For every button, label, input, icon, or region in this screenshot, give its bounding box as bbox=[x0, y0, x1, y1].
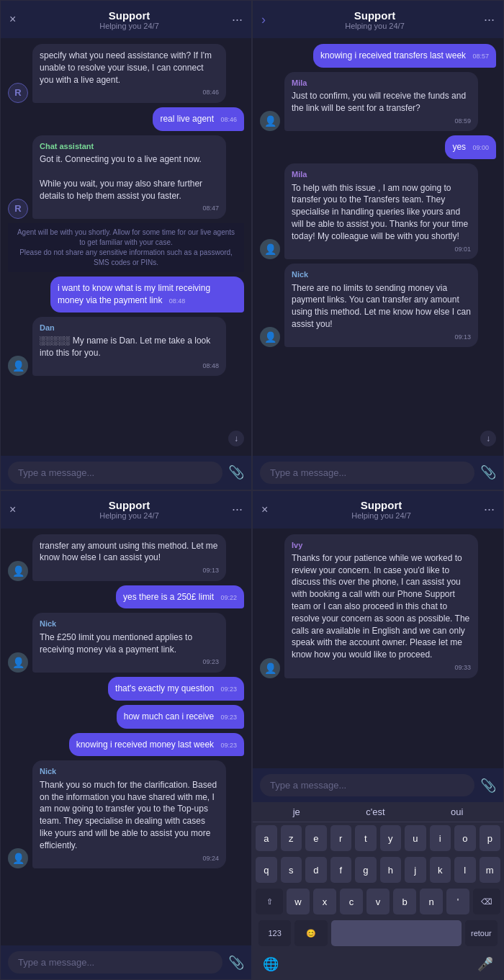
key-y[interactable]: y bbox=[380, 825, 402, 851]
message-time: 09:22 bbox=[220, 594, 237, 601]
shift-key[interactable]: ⇧ bbox=[256, 889, 283, 914]
message-text: yes bbox=[452, 142, 466, 152]
message-bubble: transfer any amount using this method. L… bbox=[32, 534, 226, 581]
sender-name: Nick bbox=[292, 269, 471, 280]
key-f[interactable]: f bbox=[330, 857, 352, 883]
header-center: Support Helping you 24/7 bbox=[266, 9, 484, 30]
key-c[interactable]: c bbox=[340, 889, 363, 914]
message-text: Got it. Connecting you to a live agent n… bbox=[40, 154, 202, 200]
message-input[interactable] bbox=[260, 774, 474, 796]
scroll-down-indicator[interactable]: ↓ bbox=[228, 431, 244, 446]
menu-icon[interactable]: ··· bbox=[484, 502, 495, 517]
key-k[interactable]: k bbox=[430, 857, 451, 883]
message-text: knowing i received money last week bbox=[76, 740, 214, 750]
suggestion-je[interactable]: je bbox=[293, 806, 300, 817]
message-row: R Chat assistant Got it. Connecting you … bbox=[8, 135, 244, 219]
messages-area-bl: 👤 transfer any amount using this method.… bbox=[1, 529, 251, 946]
globe-icon[interactable]: 🌐 bbox=[263, 956, 279, 972]
header-top-right: › Support Helping you 24/7 ··· bbox=[253, 1, 503, 38]
close-icon[interactable]: × bbox=[9, 13, 27, 26]
keyboard-row-2: q s d f g h j k l m bbox=[253, 854, 503, 886]
avatar: 👤 bbox=[260, 658, 280, 678]
key-a[interactable]: a bbox=[256, 825, 277, 851]
panel-title: Support bbox=[279, 499, 484, 511]
message-row: i want to know what is my limit receivin… bbox=[8, 277, 244, 313]
menu-icon[interactable]: ··· bbox=[484, 12, 495, 27]
keyboard-row-1: a z e r t y u i o p bbox=[253, 822, 503, 854]
message-bubble: Chat assistant Got it. Connecting you to… bbox=[32, 135, 226, 219]
message-bubble: specify what you need assistance with? I… bbox=[32, 44, 226, 103]
menu-icon[interactable]: ··· bbox=[232, 12, 243, 27]
attach-icon[interactable]: 📎 bbox=[228, 464, 244, 480]
key-o[interactable]: o bbox=[454, 825, 476, 851]
keyboard-suggestions: je c'est oui bbox=[253, 802, 503, 822]
message-bubble: how much can i receive 09:23 bbox=[117, 705, 244, 729]
sender-name: Dan bbox=[40, 323, 219, 333]
message-time: 09:00 bbox=[472, 144, 489, 151]
message-row: 👤 Ivy Thanks for your patience while we … bbox=[260, 534, 496, 678]
key-e[interactable]: e bbox=[305, 825, 327, 851]
key-i[interactable]: i bbox=[430, 825, 451, 851]
key-j[interactable]: j bbox=[405, 857, 426, 883]
key-apostrophe[interactable]: ' bbox=[446, 889, 469, 914]
key-n[interactable]: n bbox=[420, 889, 443, 914]
message-text: yes there is a 250£ limit bbox=[123, 592, 214, 602]
key-l[interactable]: l bbox=[454, 857, 476, 883]
avatar: 👤 bbox=[8, 356, 28, 376]
key-v[interactable]: v bbox=[366, 889, 390, 914]
message-row: knowing i received money last week 09:23 bbox=[8, 733, 244, 757]
suggestion-oui[interactable]: oui bbox=[451, 806, 463, 817]
message-time: 08:57 bbox=[472, 53, 489, 60]
header-bottom-left: × Support Helping you 24/7 ··· bbox=[1, 491, 251, 529]
key-d[interactable]: d bbox=[305, 857, 327, 883]
attach-icon[interactable]: 📎 bbox=[480, 464, 496, 480]
return-key[interactable]: retour bbox=[465, 920, 498, 946]
backspace-key[interactable]: ⌫ bbox=[473, 889, 500, 914]
key-b[interactable]: b bbox=[393, 889, 416, 914]
message-text: The £250 limit you mentioned applies to … bbox=[40, 632, 192, 655]
menu-icon[interactable]: ··· bbox=[232, 502, 243, 517]
close-icon[interactable]: × bbox=[9, 503, 27, 516]
key-q[interactable]: q bbox=[256, 857, 277, 883]
key-z[interactable]: z bbox=[281, 825, 302, 851]
input-area-tr: 📎 bbox=[253, 456, 503, 490]
scroll-down-indicator[interactable]: ↓ bbox=[480, 431, 496, 446]
emoji-key[interactable]: 😊 bbox=[294, 920, 327, 946]
key-s[interactable]: s bbox=[281, 857, 302, 883]
key-m[interactable]: m bbox=[480, 857, 501, 883]
message-row: 👤 Mila To help with this issue , I am no… bbox=[260, 163, 496, 259]
numbers-key[interactable]: 123 bbox=[258, 920, 291, 946]
app-grid: × Support Helping you 24/7 ··· R specify… bbox=[0, 0, 504, 980]
message-row: how much can i receive 09:23 bbox=[8, 705, 244, 729]
header-top-left: × Support Helping you 24/7 ··· bbox=[1, 1, 251, 38]
message-time: 09:23 bbox=[220, 714, 237, 721]
messages-area-tr: knowing i received transfers last week 0… bbox=[253, 38, 503, 456]
key-h[interactable]: h bbox=[380, 857, 402, 883]
sender-name: Chat assistant bbox=[40, 141, 219, 152]
suggestion-cest[interactable]: c'est bbox=[366, 806, 384, 817]
space-key[interactable] bbox=[331, 920, 462, 946]
panel-subtitle: Helping you 24/7 bbox=[266, 22, 484, 30]
message-bubble: yes 09:00 bbox=[445, 135, 496, 159]
message-input[interactable] bbox=[8, 462, 222, 484]
message-time: 09:33 bbox=[292, 663, 471, 673]
key-p[interactable]: p bbox=[480, 825, 501, 851]
sender-name: Nick bbox=[40, 619, 219, 629]
message-row: yes there is a 250£ limit 09:22 bbox=[8, 585, 244, 609]
message-time: 09:23 bbox=[40, 657, 219, 667]
key-r[interactable]: r bbox=[330, 825, 352, 851]
key-t[interactable]: t bbox=[355, 825, 377, 851]
attach-icon[interactable]: 📎 bbox=[228, 955, 244, 971]
mic-icon[interactable]: 🎤 bbox=[477, 956, 493, 972]
message-input[interactable] bbox=[8, 951, 222, 974]
message-row: knowing i received transfers last week 0… bbox=[260, 44, 496, 68]
close-icon[interactable]: × bbox=[261, 503, 279, 516]
sender-name: Ivy bbox=[292, 540, 471, 551]
message-text: ░░░░░ My name is Dan. Let me take a look… bbox=[40, 336, 210, 358]
key-w[interactable]: w bbox=[287, 889, 310, 914]
key-u[interactable]: u bbox=[405, 825, 426, 851]
key-g[interactable]: g bbox=[355, 857, 377, 883]
message-input[interactable] bbox=[260, 462, 474, 484]
attach-icon[interactable]: 📎 bbox=[480, 778, 496, 794]
key-x[interactable]: x bbox=[313, 889, 336, 914]
